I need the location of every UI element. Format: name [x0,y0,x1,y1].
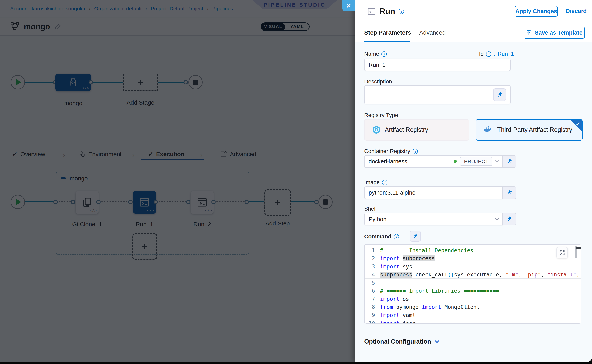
chevron-down-icon [495,217,499,221]
line-content: import sys [380,263,412,270]
code-line-10[interactable]: 10import json [365,319,581,324]
artifact-registry-icon [372,125,381,134]
name-label: Name i [364,51,387,57]
command-label: Command i [364,233,399,240]
info-icon[interactable]: i [382,180,387,185]
info-icon[interactable]: i [394,234,399,239]
image-label: Image i [364,179,387,186]
pin-input-type-button[interactable] [503,186,516,199]
line-content: import os [380,296,409,302]
step-parameters-panel: Name i Id i : Run_1 Run_1 Description R [355,42,592,362]
pin-input-type-button[interactable] [493,88,506,101]
line-content: # ====== Import Libraries =========== [380,288,499,294]
resize-handle[interactable] [506,99,509,103]
line-number: 8 [365,304,380,310]
pin-icon [495,91,504,99]
line-content: import subprocess [380,255,435,261]
code-line-6[interactable]: 6# ====== Import Libraries =========== [365,287,581,295]
line-number: 3 [365,264,380,270]
pin-input-type-button[interactable] [503,155,516,168]
save-template-icon [526,30,532,36]
save-as-template-button[interactable]: Save as Template [524,27,585,39]
pin-icon [505,215,513,223]
line-number: 5 [365,280,380,286]
line-number: 6 [365,288,380,294]
info-icon[interactable]: i [412,149,418,154]
code-line-7[interactable]: 7import os [365,295,581,303]
chevron-down-icon[interactable] [495,159,499,163]
pin-icon [412,233,419,240]
info-icon[interactable]: i [399,9,404,14]
chevron-down-icon [435,339,439,343]
container-registry-label: Container Registry i [364,148,418,154]
code-line-9[interactable]: 9import yaml [365,311,581,319]
code-line-5[interactable]: 5 [365,279,581,287]
line-content: import yaml [380,312,416,318]
line-content: from pymongo import MongoClient [380,304,480,310]
pin-input-type-button[interactable] [410,231,421,242]
fullscreen-icon [559,250,565,256]
pin-input-type-button[interactable] [503,213,516,226]
code-line-1[interactable]: 1# ====== Install Dependencies ======== [365,246,581,254]
line-number: 7 [365,296,380,302]
modal-scrim[interactable] [0,0,355,362]
line-number: 2 [365,255,380,261]
scope-badge: PROJECT [460,157,492,166]
command-code-editor[interactable]: 1# ====== Install Dependencies ========2… [364,244,581,324]
drawer-tabs: Step Parameters Advanced Save as Templat… [355,23,592,42]
name-input[interactable]: Run_1 [364,59,511,71]
pin-icon [505,189,513,197]
code-line-2[interactable]: 2import subprocess [365,254,581,262]
info-icon[interactable]: i [486,51,491,57]
expand-editor-button[interactable] [556,247,568,259]
editor-scroll-corner [576,247,581,249]
docker-icon [484,126,493,134]
shell-label: Shell [364,206,377,212]
registry-type-label: Registry Type [364,112,398,118]
description-textarea[interactable] [364,85,511,104]
shell-value: Python [369,216,386,222]
line-number: 4 [365,272,380,278]
shell-select[interactable]: Python [364,213,503,226]
screen-bottom-bar [0,362,592,364]
pin-icon [505,158,513,165]
code-line-3[interactable]: 3import sys [365,262,581,271]
code-line-8[interactable]: 8from pymongo import MongoClient [365,303,581,311]
line-number: 9 [365,312,380,318]
card-label: Third-Party Artifact Registry [497,126,572,133]
code-line-4[interactable]: 4subprocess.check_call([sys.executable, … [365,271,581,279]
tab-advanced[interactable]: Advanced [419,23,446,42]
pipeline-editor-pane: Account: kurosakiichigo.songoku › Organi… [0,0,355,362]
section-label: Optional Configuration [364,338,431,345]
registry-option-third-party[interactable]: Third-Party Artifact Registry ✓ [476,119,583,141]
line-content: # ====== Install Dependencies ======== [380,247,502,253]
apply-changes-button[interactable]: Apply Changes [515,6,558,17]
connector-status-dot [454,160,457,163]
button-label: Save as Template [535,29,582,36]
line-content: subprocess.check_call([sys.executable, "… [380,272,579,278]
optional-configuration-toggle[interactable]: Optional Configuration [364,338,439,345]
line-content: import json [380,320,416,324]
line-number: 1 [365,247,380,253]
drawer-title: Run [380,7,395,16]
container-registry-field[interactable]: dockerHarness PROJECT [364,155,503,168]
close-drawer-button[interactable]: × [343,0,355,12]
registry-option-artifact[interactable]: Artifact Registry [364,119,469,141]
code-lines: 1# ====== Install Dependencies ========2… [365,245,581,324]
discard-button[interactable]: Discard [566,8,587,14]
image-input[interactable]: python:3.11-alpine [364,186,503,199]
line-number: 10 [365,320,380,324]
tab-step-parameters[interactable]: Step Parameters [364,23,411,42]
selected-check-icon: ✓ [576,121,580,127]
id-display: Id i : Run_1 [479,51,514,57]
terminal-icon [367,7,376,16]
description-label: Description [364,78,392,85]
info-icon[interactable]: i [382,51,387,57]
connector-name: dockerHarness [369,158,407,165]
id-value: Run_1 [498,51,514,57]
pipeline-studio-page: Account: kurosakiichigo.songoku › Organi… [0,0,592,364]
active-tab-underline [364,41,410,42]
step-config-drawer: × Run i Apply Changes Discard Step Param… [355,0,592,362]
drawer-header: Run i Apply Changes Discard [355,0,592,23]
card-label: Artifact Registry [385,126,428,133]
